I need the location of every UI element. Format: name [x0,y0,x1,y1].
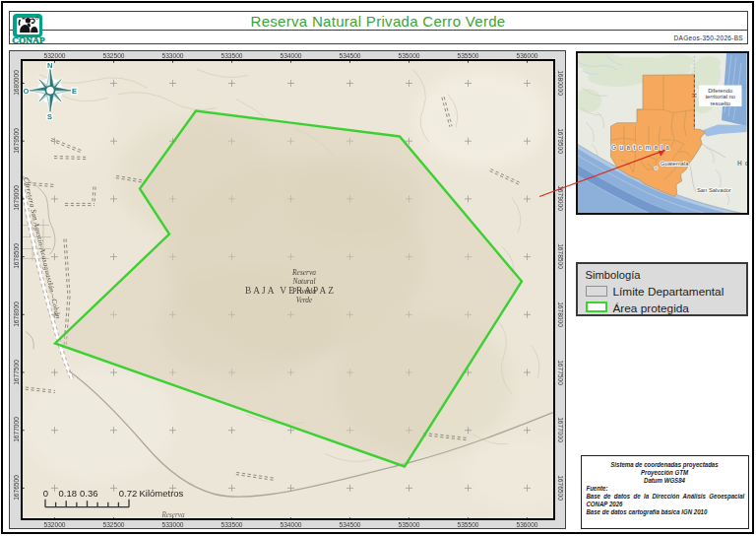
svg-text:resuelto: resuelto [710,100,730,105]
svg-text:territorial no: territorial no [705,94,735,100]
svg-text:BAJA VERAPAZ: BAJA VERAPAZ [245,286,336,296]
svg-text:E: E [72,86,77,95]
svg-text:S: S [47,112,52,121]
svg-text:N: N [47,61,52,70]
svg-text:Kilómetros: Kilómetros [140,487,184,498]
svg-text:Verde: Verde [296,295,313,303]
svg-text:San Salvador: San Salvador [697,187,731,193]
svg-text:0.18: 0.18 [59,487,78,498]
svg-text:0: 0 [43,487,48,498]
svg-text:O: O [23,86,29,95]
svg-text:Natural: Natural [292,277,316,286]
svg-text:Ho: Ho [737,159,747,166]
svg-text:Diferendo: Diferendo [708,87,732,93]
svg-text:0.36: 0.36 [80,487,98,498]
svg-text:G: G [742,84,747,90]
svg-text:Reserva: Reserva [160,510,185,518]
svg-text:0.72: 0.72 [119,487,138,498]
svg-text:CONAP: CONAP [12,35,45,45]
svg-text:Reserva: Reserva [291,267,316,276]
